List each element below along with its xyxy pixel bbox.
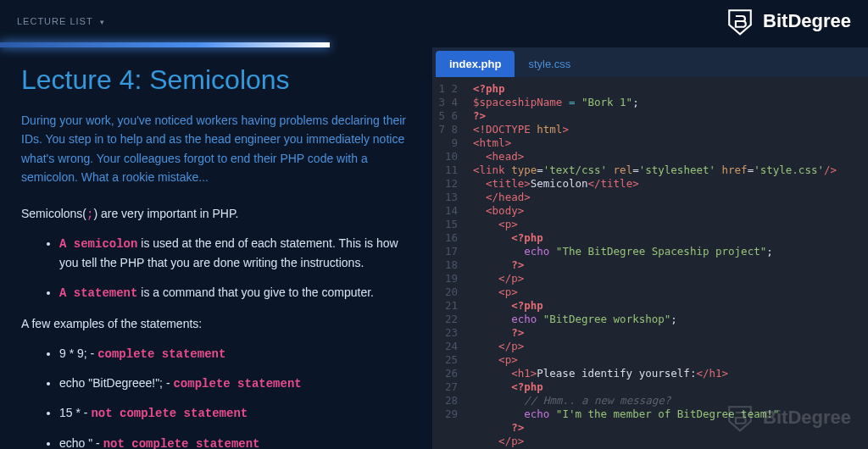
lecture-list-dropdown[interactable]: LECTURE LIST ▾ xyxy=(17,16,105,26)
progress-fill xyxy=(0,42,330,47)
list-item: A semicolon is used at the end of each s… xyxy=(59,234,411,273)
status-incomplete: not complete statement xyxy=(91,407,248,420)
editor-tabs: index.php style.css xyxy=(432,47,868,77)
brand-logo: BitDegree xyxy=(726,7,851,36)
header: LECTURE LIST ▾ BitDegree xyxy=(0,0,868,42)
status-complete: complete statement xyxy=(97,347,225,361)
code-editor: index.php style.css 1 2 3 4 5 6 7 8 9 10… xyxy=(432,47,868,449)
list-item: 9 * 9; - complete statement xyxy=(59,344,411,363)
list-item: echo "BitDegreee!"; - complete statement xyxy=(59,374,411,393)
line-gutter: 1 2 3 4 5 6 7 8 9 10 11 12 13 14 15 16 1… xyxy=(432,77,466,449)
lecture-intro: During your work, you've noticed workers… xyxy=(21,111,411,187)
examples-list: 9 * 9; - complete statement echo "BitDeg… xyxy=(21,344,411,449)
tab-style-css[interactable]: style.css xyxy=(515,51,584,77)
definition-list: A semicolon is used at the end of each s… xyxy=(21,234,411,302)
keyword-statement: A statement xyxy=(59,286,137,300)
semicolons-para: Semicolons(;) are very important in PHP. xyxy=(21,204,411,224)
lecture-list-label: LECTURE LIST xyxy=(17,16,92,26)
tab-index-php[interactable]: index.php xyxy=(436,51,515,77)
keyword-semicolon: A semicolon xyxy=(59,237,137,251)
bitdegree-shield-icon xyxy=(726,7,754,36)
list-item: 15 * - not complete statement xyxy=(59,403,411,423)
lecture-content: Lecture 4: Semicolons During your work, … xyxy=(0,47,432,449)
chevron-down-icon: ▾ xyxy=(100,18,105,26)
progress-bar xyxy=(0,42,868,47)
brand-text: BitDegree xyxy=(763,10,851,32)
list-item: echo " - not complete statement xyxy=(59,434,411,449)
list-item: A statement is a command that you give t… xyxy=(59,283,411,302)
main: Lecture 4: Semicolons During your work, … xyxy=(0,47,868,449)
code-area[interactable]: <?php $spaceshipName = "Bork 1"; ?> <!DO… xyxy=(466,77,868,449)
lecture-title: Lecture 4: Semicolons xyxy=(21,64,411,96)
examples-heading: A few examples of the statements: xyxy=(21,314,411,333)
editor-body[interactable]: 1 2 3 4 5 6 7 8 9 10 11 12 13 14 15 16 1… xyxy=(432,77,868,449)
status-complete: complete statement xyxy=(173,377,301,391)
status-incomplete: not complete statement xyxy=(103,437,260,449)
